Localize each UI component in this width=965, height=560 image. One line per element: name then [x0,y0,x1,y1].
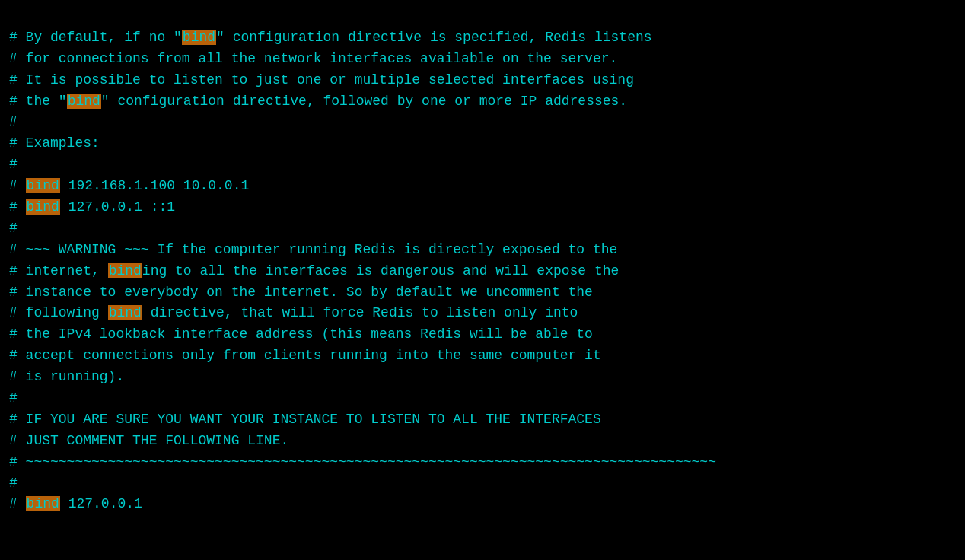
code-line: # [9,473,956,495]
keyword-highlight: bind [108,263,142,278]
keyword-highlight: bind [26,199,60,215]
keyword-highlight: bind [108,305,142,320]
code-line: # It is possible to listen to just one o… [9,70,956,91]
code-line: # ~~~ WARNING ~~~ If the computer runnin… [9,240,956,261]
code-line: # following bind directive, that will fo… [9,303,956,324]
code-line: # bind 127.0.0.1 ::1 [9,197,956,218]
code-line: # instance to everybody on the internet.… [9,282,956,304]
keyword-highlight: bind [67,94,101,109]
code-line: # bind 127.0.0.1 [9,494,956,515]
keyword-highlight: bind [26,178,60,193]
code-content: # By default, if no "bind" configuration… [9,6,956,515]
code-line: # Examples: [9,133,956,154]
code-line: # is running). [9,367,956,388]
code-line: # [9,112,956,133]
code-line: # the "bind" configuration directive, fo… [9,91,956,113]
code-line: # JUST COMMENT THE FOLLOWING LINE. [9,431,956,452]
code-line: # the IPv4 lookback interface address (t… [9,324,956,345]
code-line: # [9,388,956,409]
code-line: # bind 192.168.1.100 10.0.0.1 [9,176,956,197]
keyword-highlight: bind [26,496,60,511]
code-line: # for connections from all the network i… [9,49,956,70]
code-line: # internet, binding to all the interface… [9,261,956,282]
code-line: # ~~~~~~~~~~~~~~~~~~~~~~~~~~~~~~~~~~~~~~… [9,452,956,473]
code-line: # By default, if no "bind" configuration… [9,27,956,49]
code-line: # accept connections only from clients r… [9,345,956,367]
code-line: # [9,154,956,176]
code-line: # [9,218,956,240]
code-line: # IF YOU ARE SURE YOU WANT YOUR INSTANCE… [9,409,956,431]
keyword-highlight: bind [182,30,216,45]
